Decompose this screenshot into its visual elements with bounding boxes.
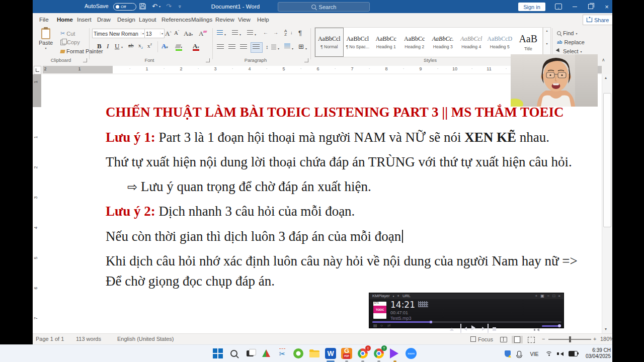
taskbar-search-button[interactable] <box>227 347 240 360</box>
numbering-caret-icon[interactable]: ▾ <box>239 33 241 36</box>
paste-button[interactable]: Paste ▾ <box>39 28 53 50</box>
multilevel-list-icon[interactable] <box>247 30 253 36</box>
shrink-font-button[interactable]: Aˇ <box>174 30 179 36</box>
font-size-combo[interactable]: 13 ▾ <box>144 29 165 38</box>
bullets-caret-icon[interactable]: ▾ <box>224 33 226 36</box>
increase-indent-icon[interactable]: → <box>273 30 278 35</box>
replace-button[interactable]: ab Replace <box>557 39 585 45</box>
chrome-profile-1-icon[interactable]: t <box>356 347 369 360</box>
align-left-icon[interactable] <box>217 44 224 50</box>
save-icon[interactable] <box>139 0 146 14</box>
bold-button[interactable]: B <box>97 42 102 50</box>
style-heading-5[interactable]: AaBbCcDHeading 5 <box>486 28 514 57</box>
tab-home[interactable]: Home <box>55 13 74 27</box>
tab-draw[interactable]: Draw <box>96 13 112 26</box>
styles-scroll-down-icon[interactable]: ▾ <box>546 42 547 45</box>
multilevel-caret-icon[interactable]: ▾ <box>255 33 256 36</box>
scroll-down-icon[interactable]: ▾ <box>605 327 607 331</box>
restore-button[interactable] <box>583 0 598 13</box>
tab-review[interactable]: Review <box>214 13 236 26</box>
scroll-up-icon[interactable]: ▴ <box>605 75 607 80</box>
focus-button[interactable]: Focus <box>470 336 493 342</box>
underline-button[interactable]: U <box>115 42 119 50</box>
shuffle-icon[interactable]: ⇄ <box>387 323 391 328</box>
undo-caret-icon[interactable]: ▾ <box>159 0 160 13</box>
superscript-button[interactable]: x2 <box>147 42 152 49</box>
battery-icon[interactable] <box>568 345 579 362</box>
shading-caret-icon[interactable]: ▾ <box>292 47 293 50</box>
eject-button[interactable] <box>450 324 454 333</box>
read-mode-button[interactable] <box>498 336 509 343</box>
vertical-scrollbar[interactable]: ▴ ▾ <box>602 74 612 333</box>
player-title-bar[interactable]: KMPlayer ▾ + URL + ▣ − □ × <box>369 293 564 299</box>
zoom-in-button[interactable]: + <box>593 336 596 342</box>
font-dialog-launcher[interactable] <box>206 58 210 62</box>
tab-file[interactable]: File <box>38 13 50 26</box>
kmplayer-taskbar-icon[interactable] <box>388 347 401 360</box>
tab-insert[interactable]: Insert <box>75 13 93 26</box>
zoom-slider-knob[interactable] <box>569 336 571 342</box>
clipboard-dialog-launcher[interactable] <box>83 58 87 62</box>
player-maximize-icon[interactable]: □ <box>552 293 555 299</box>
task-view-button[interactable] <box>244 347 257 360</box>
language-indicator[interactable]: VIE <box>527 345 541 362</box>
player-progress-bar[interactable] <box>372 321 561 323</box>
show-hide-pilcrow-icon[interactable]: ¶ <box>298 29 302 37</box>
styles-scroll-up-icon[interactable]: ▴ <box>546 29 547 32</box>
vertical-ruler[interactable]: 11234567 <box>33 74 42 333</box>
chrome-profile-2-icon[interactable]: T <box>372 347 385 360</box>
share-button[interactable]: Share <box>583 15 613 25</box>
borders-icon[interactable]: ⊞ <box>298 43 304 50</box>
change-case-button[interactable]: Aa▾ <box>184 30 193 38</box>
paragraph-dialog-launcher[interactable] <box>304 58 308 62</box>
bullets-icon[interactable] <box>217 30 223 36</box>
coccoc-browser-icon[interactable] <box>292 347 305 360</box>
print-layout-button[interactable] <box>512 336 523 343</box>
player-plus-icon[interactable]: + <box>397 293 399 299</box>
style--normal[interactable]: AaBbCcl¶ Normal <box>315 28 344 57</box>
web-layout-button[interactable] <box>526 336 537 343</box>
style-heading-2[interactable]: AaBbCcHeading 2 <box>400 28 429 57</box>
tab-help[interactable]: Help <box>256 13 271 26</box>
stop-button[interactable] <box>493 324 496 333</box>
strikethrough-button[interactable]: ab <box>128 42 133 48</box>
collapse-ribbon-icon[interactable]: ∧ <box>602 57 605 62</box>
player-pin-icon[interactable]: + <box>535 293 538 299</box>
copy-button[interactable]: Copy <box>60 39 80 45</box>
player-volume-icon[interactable] <box>535 324 539 333</box>
select-button[interactable]: Select ▾ <box>557 48 582 54</box>
minimize-button[interactable] <box>567 0 582 13</box>
clock[interactable]: 6:39 CH 03/04/2025 <box>580 345 611 362</box>
subscript-button[interactable]: x2 <box>138 42 143 50</box>
cut-button[interactable]: ✂ Cut <box>60 30 75 37</box>
page-count[interactable]: Page 1 of 1 <box>36 336 64 342</box>
playlist-icon[interactable]: ▤ <box>373 323 377 328</box>
ribbon-display-options-icon[interactable]: ⌄ <box>551 0 566 13</box>
microphone-icon[interactable] <box>515 345 523 362</box>
player-url-label[interactable]: URL <box>403 293 411 299</box>
tab-view[interactable]: View <box>236 13 252 26</box>
align-right-icon[interactable] <box>240 44 247 50</box>
style-heading-3[interactable]: AaBbCc.Heading 3 <box>429 28 457 57</box>
text-effects-button[interactable]: A▾ <box>162 42 168 50</box>
style-heading-4[interactable]: AaBbCclHeading 4 <box>457 28 486 57</box>
tab-selector[interactable] <box>34 66 41 74</box>
start-button[interactable] <box>211 347 224 360</box>
word-taskbar-icon[interactable]: W <box>324 347 337 360</box>
player-menu-caret-icon[interactable]: ▾ <box>393 293 394 299</box>
snipping-tool-icon[interactable]: ✂ <box>276 347 289 360</box>
search-box[interactable]: Search <box>278 2 370 12</box>
justify-button-active[interactable] <box>251 42 263 53</box>
style--no-spac-[interactable]: AaBbCcl¶ No Spac... <box>344 28 372 57</box>
underline-caret-icon[interactable]: ▾ <box>121 45 123 49</box>
shading-icon[interactable] <box>284 43 290 49</box>
language-status[interactable]: English (United States) <box>117 336 174 342</box>
align-center-icon[interactable] <box>228 44 235 50</box>
sign-in-button[interactable]: Sign in <box>518 3 545 11</box>
sort-icon[interactable]: AZ <box>284 29 287 36</box>
speaker-icon[interactable] <box>556 345 566 362</box>
find-button[interactable]: Find ▾ <box>557 30 577 36</box>
style-heading-1[interactable]: AaBbCcHeading 1 <box>372 28 400 57</box>
tab-layout[interactable]: Layout <box>137 13 158 26</box>
undo-icon[interactable]: ↶ <box>152 0 157 13</box>
